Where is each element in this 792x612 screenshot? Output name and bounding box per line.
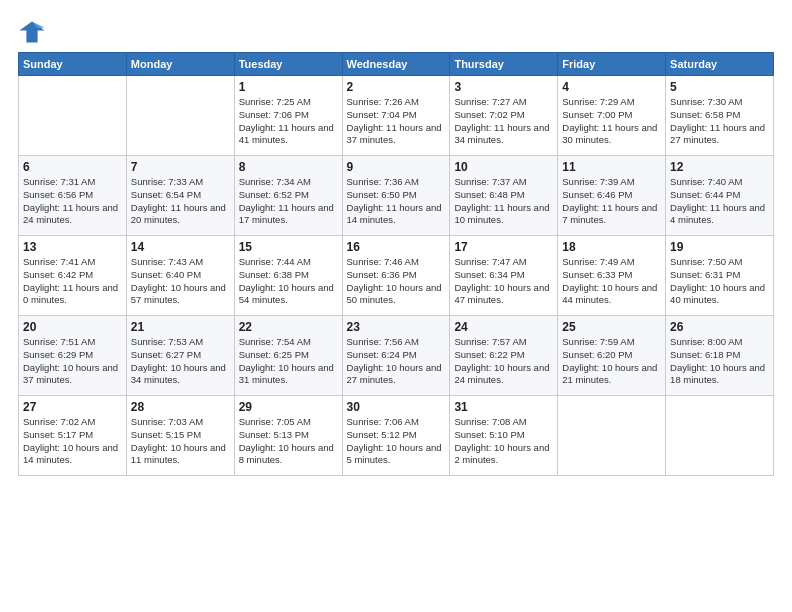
day-info: Sunrise: 7:54 AM Sunset: 6:25 PM Dayligh… xyxy=(239,336,338,387)
calendar-cell: 9Sunrise: 7:36 AM Sunset: 6:50 PM Daylig… xyxy=(342,156,450,236)
calendar-cell: 17Sunrise: 7:47 AM Sunset: 6:34 PM Dayli… xyxy=(450,236,558,316)
calendar-cell xyxy=(558,396,666,476)
day-number: 9 xyxy=(347,160,446,174)
week-row-5: 27Sunrise: 7:02 AM Sunset: 5:17 PM Dayli… xyxy=(19,396,774,476)
calendar-cell: 23Sunrise: 7:56 AM Sunset: 6:24 PM Dayli… xyxy=(342,316,450,396)
calendar-cell: 26Sunrise: 8:00 AM Sunset: 6:18 PM Dayli… xyxy=(666,316,774,396)
calendar-cell: 3Sunrise: 7:27 AM Sunset: 7:02 PM Daylig… xyxy=(450,76,558,156)
day-info: Sunrise: 7:33 AM Sunset: 6:54 PM Dayligh… xyxy=(131,176,230,227)
day-number: 11 xyxy=(562,160,661,174)
day-info: Sunrise: 7:36 AM Sunset: 6:50 PM Dayligh… xyxy=(347,176,446,227)
day-info: Sunrise: 7:34 AM Sunset: 6:52 PM Dayligh… xyxy=(239,176,338,227)
calendar-cell: 7Sunrise: 7:33 AM Sunset: 6:54 PM Daylig… xyxy=(126,156,234,236)
weekday-header-saturday: Saturday xyxy=(666,53,774,76)
calendar-cell xyxy=(19,76,127,156)
day-info: Sunrise: 7:31 AM Sunset: 6:56 PM Dayligh… xyxy=(23,176,122,227)
calendar-cell: 5Sunrise: 7:30 AM Sunset: 6:58 PM Daylig… xyxy=(666,76,774,156)
logo xyxy=(18,18,50,46)
page: SundayMondayTuesdayWednesdayThursdayFrid… xyxy=(0,0,792,486)
calendar-cell: 14Sunrise: 7:43 AM Sunset: 6:40 PM Dayli… xyxy=(126,236,234,316)
day-info: Sunrise: 7:43 AM Sunset: 6:40 PM Dayligh… xyxy=(131,256,230,307)
calendar-cell: 11Sunrise: 7:39 AM Sunset: 6:46 PM Dayli… xyxy=(558,156,666,236)
calendar-cell: 25Sunrise: 7:59 AM Sunset: 6:20 PM Dayli… xyxy=(558,316,666,396)
day-number: 24 xyxy=(454,320,553,334)
calendar-cell: 15Sunrise: 7:44 AM Sunset: 6:38 PM Dayli… xyxy=(234,236,342,316)
weekday-header-tuesday: Tuesday xyxy=(234,53,342,76)
calendar-cell: 28Sunrise: 7:03 AM Sunset: 5:15 PM Dayli… xyxy=(126,396,234,476)
day-info: Sunrise: 7:59 AM Sunset: 6:20 PM Dayligh… xyxy=(562,336,661,387)
day-info: Sunrise: 7:39 AM Sunset: 6:46 PM Dayligh… xyxy=(562,176,661,227)
day-number: 27 xyxy=(23,400,122,414)
weekday-header-sunday: Sunday xyxy=(19,53,127,76)
calendar-cell: 31Sunrise: 7:08 AM Sunset: 5:10 PM Dayli… xyxy=(450,396,558,476)
day-number: 2 xyxy=(347,80,446,94)
day-number: 21 xyxy=(131,320,230,334)
calendar-cell: 20Sunrise: 7:51 AM Sunset: 6:29 PM Dayli… xyxy=(19,316,127,396)
calendar-cell: 10Sunrise: 7:37 AM Sunset: 6:48 PM Dayli… xyxy=(450,156,558,236)
calendar-cell: 22Sunrise: 7:54 AM Sunset: 6:25 PM Dayli… xyxy=(234,316,342,396)
calendar-cell: 29Sunrise: 7:05 AM Sunset: 5:13 PM Dayli… xyxy=(234,396,342,476)
week-row-3: 13Sunrise: 7:41 AM Sunset: 6:42 PM Dayli… xyxy=(19,236,774,316)
day-number: 8 xyxy=(239,160,338,174)
day-info: Sunrise: 7:46 AM Sunset: 6:36 PM Dayligh… xyxy=(347,256,446,307)
calendar-cell: 24Sunrise: 7:57 AM Sunset: 6:22 PM Dayli… xyxy=(450,316,558,396)
day-number: 12 xyxy=(670,160,769,174)
header xyxy=(18,18,774,46)
day-number: 16 xyxy=(347,240,446,254)
week-row-1: 1Sunrise: 7:25 AM Sunset: 7:06 PM Daylig… xyxy=(19,76,774,156)
calendar-cell: 18Sunrise: 7:49 AM Sunset: 6:33 PM Dayli… xyxy=(558,236,666,316)
day-number: 1 xyxy=(239,80,338,94)
day-info: Sunrise: 7:25 AM Sunset: 7:06 PM Dayligh… xyxy=(239,96,338,147)
day-number: 20 xyxy=(23,320,122,334)
day-number: 4 xyxy=(562,80,661,94)
day-number: 18 xyxy=(562,240,661,254)
calendar-cell: 1Sunrise: 7:25 AM Sunset: 7:06 PM Daylig… xyxy=(234,76,342,156)
day-info: Sunrise: 7:44 AM Sunset: 6:38 PM Dayligh… xyxy=(239,256,338,307)
calendar-cell: 6Sunrise: 7:31 AM Sunset: 6:56 PM Daylig… xyxy=(19,156,127,236)
weekday-header-row: SundayMondayTuesdayWednesdayThursdayFrid… xyxy=(19,53,774,76)
day-info: Sunrise: 7:03 AM Sunset: 5:15 PM Dayligh… xyxy=(131,416,230,467)
day-info: Sunrise: 7:26 AM Sunset: 7:04 PM Dayligh… xyxy=(347,96,446,147)
calendar-cell: 27Sunrise: 7:02 AM Sunset: 5:17 PM Dayli… xyxy=(19,396,127,476)
day-number: 31 xyxy=(454,400,553,414)
day-number: 30 xyxy=(347,400,446,414)
day-info: Sunrise: 7:05 AM Sunset: 5:13 PM Dayligh… xyxy=(239,416,338,467)
calendar-cell: 13Sunrise: 7:41 AM Sunset: 6:42 PM Dayli… xyxy=(19,236,127,316)
svg-marker-0 xyxy=(19,22,44,43)
calendar-cell: 16Sunrise: 7:46 AM Sunset: 6:36 PM Dayli… xyxy=(342,236,450,316)
calendar-cell: 19Sunrise: 7:50 AM Sunset: 6:31 PM Dayli… xyxy=(666,236,774,316)
weekday-header-wednesday: Wednesday xyxy=(342,53,450,76)
day-info: Sunrise: 7:50 AM Sunset: 6:31 PM Dayligh… xyxy=(670,256,769,307)
day-number: 28 xyxy=(131,400,230,414)
logo-icon xyxy=(18,18,46,46)
day-info: Sunrise: 7:29 AM Sunset: 7:00 PM Dayligh… xyxy=(562,96,661,147)
day-info: Sunrise: 7:08 AM Sunset: 5:10 PM Dayligh… xyxy=(454,416,553,467)
day-info: Sunrise: 7:53 AM Sunset: 6:27 PM Dayligh… xyxy=(131,336,230,387)
day-number: 25 xyxy=(562,320,661,334)
day-info: Sunrise: 7:41 AM Sunset: 6:42 PM Dayligh… xyxy=(23,256,122,307)
day-info: Sunrise: 8:00 AM Sunset: 6:18 PM Dayligh… xyxy=(670,336,769,387)
day-number: 15 xyxy=(239,240,338,254)
day-number: 22 xyxy=(239,320,338,334)
day-number: 14 xyxy=(131,240,230,254)
day-info: Sunrise: 7:56 AM Sunset: 6:24 PM Dayligh… xyxy=(347,336,446,387)
day-number: 29 xyxy=(239,400,338,414)
calendar-cell: 2Sunrise: 7:26 AM Sunset: 7:04 PM Daylig… xyxy=(342,76,450,156)
day-info: Sunrise: 7:27 AM Sunset: 7:02 PM Dayligh… xyxy=(454,96,553,147)
calendar-cell: 21Sunrise: 7:53 AM Sunset: 6:27 PM Dayli… xyxy=(126,316,234,396)
day-info: Sunrise: 7:30 AM Sunset: 6:58 PM Dayligh… xyxy=(670,96,769,147)
day-info: Sunrise: 7:57 AM Sunset: 6:22 PM Dayligh… xyxy=(454,336,553,387)
day-number: 17 xyxy=(454,240,553,254)
weekday-header-monday: Monday xyxy=(126,53,234,76)
day-number: 3 xyxy=(454,80,553,94)
calendar-cell xyxy=(126,76,234,156)
day-info: Sunrise: 7:02 AM Sunset: 5:17 PM Dayligh… xyxy=(23,416,122,467)
calendar-cell: 4Sunrise: 7:29 AM Sunset: 7:00 PM Daylig… xyxy=(558,76,666,156)
day-number: 5 xyxy=(670,80,769,94)
calendar-cell: 30Sunrise: 7:06 AM Sunset: 5:12 PM Dayli… xyxy=(342,396,450,476)
day-number: 10 xyxy=(454,160,553,174)
day-number: 19 xyxy=(670,240,769,254)
day-number: 7 xyxy=(131,160,230,174)
day-number: 13 xyxy=(23,240,122,254)
day-info: Sunrise: 7:47 AM Sunset: 6:34 PM Dayligh… xyxy=(454,256,553,307)
